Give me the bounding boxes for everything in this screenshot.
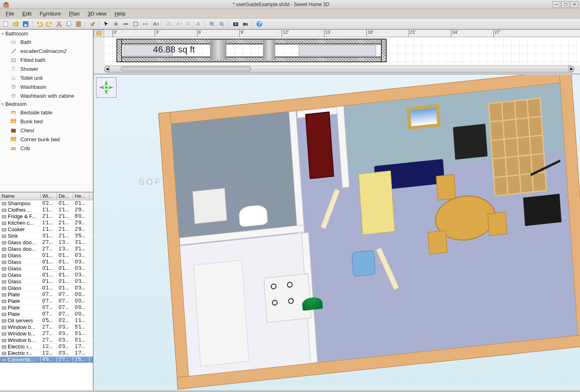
table-row[interactable]: Glass0'1...0'1...0'3... [0,278,93,285]
text-bold-icon[interactable]: A [194,20,203,28]
plan-wall[interactable] [381,39,387,62]
table-row[interactable]: Glass0'1...0'1...0'3... [0,265,93,272]
new-icon[interactable] [2,20,11,28]
table-row[interactable]: Electric r...1'2...0'3...1'7... [0,344,93,350]
plan-wall[interactable] [116,39,385,44]
catalog-item[interactable]: Toilet unit [0,73,93,82]
menu-file[interactable]: File [2,10,18,18]
table-row[interactable]: Plate0'7...0'7...0'0... [0,311,93,318]
row-depth: 2'1... [57,226,73,232]
copy-icon[interactable] [64,20,73,28]
table-row[interactable]: Electric r...1'2...0'3...1'7... [0,350,93,357]
col-depth[interactable]: De... [57,193,73,200]
table-row[interactable]: Kitchen c...1'1...2'1...2'9... [0,220,93,226]
photo-icon[interactable] [231,20,240,28]
add-furniture-icon[interactable] [88,20,97,28]
catalog-item[interactable]: Bunk bed [0,117,93,126]
plan-room[interactable] [299,45,376,56]
ruler-corner[interactable] [94,30,104,37]
table-row[interactable]: Window b...2'7...0'3...5'1... [0,337,93,344]
cut-icon[interactable] [55,20,63,28]
undo-icon[interactable] [35,20,44,28]
3d-compass[interactable] [96,77,116,98]
plan-door[interactable] [210,40,226,60]
table-row[interactable]: Glass0'1...0'1...0'3... [0,252,93,259]
catalog-item[interactable]: Shower [0,64,93,73]
menu-edit[interactable]: Edit [19,10,35,18]
col-width[interactable]: Wi... [41,193,57,200]
paste-icon[interactable] [74,20,83,28]
table-row[interactable]: Glass0'1...0'1...0'3... [0,285,93,291]
table-header[interactable]: Name Wi... De... He... [0,193,93,200]
wall-icon[interactable] [121,20,130,28]
table-row[interactable]: Clothes ...1'1...1'1...2'9... [0,207,93,213]
row-icon [2,344,7,349]
table-row[interactable]: Cooker1'1...2'1...2'9... [0,226,93,233]
maximize-button[interactable]: ▢ [561,1,569,8]
table-row[interactable]: Glass0'1...0'1...0'3... [0,272,93,278]
table-row[interactable]: Shampoo0'2...0'1...0'1... [0,200,93,207]
menu-furniture[interactable]: Furniture [36,10,64,18]
menu-plan[interactable]: Plan [66,10,83,18]
room-icon[interactable] [131,20,140,28]
redo-icon[interactable] [45,20,54,28]
menu-help[interactable]: Help [112,10,129,18]
text-smaller-icon[interactable]: A↓ [164,20,173,28]
col-name[interactable]: Name [0,193,41,200]
zoom-out-icon[interactable] [217,20,226,28]
table-row[interactable]: Fridge & F...2'1...2'1...6'0... [0,213,93,220]
dimension-icon[interactable] [141,20,150,28]
zoom-in-icon[interactable] [208,20,217,28]
scroll-right-icon[interactable]: ▶ [569,66,574,72]
table-row[interactable]: Window b...2'7...0'3...5'1... [0,324,93,331]
save-icon[interactable] [21,20,30,28]
text-style-icon[interactable]: A [184,20,193,28]
table-body[interactable]: Shampoo0'2...0'1...0'1...Clothes ...1'1.… [0,200,93,390]
text-bigger-icon[interactable]: A↑ [174,20,183,28]
table-row[interactable]: Plate0'7...0'7...0'0... [0,298,93,304]
catalog-item[interactable]: Washbasin [0,82,93,91]
open-icon[interactable] [11,20,20,28]
minimize-button[interactable]: — [552,1,560,8]
catalog-item[interactable]: Bath [0,37,93,46]
scroll-left-icon[interactable]: ◀ [104,66,110,72]
catalog-item[interactable]: Fitted bath [0,55,93,64]
video-icon[interactable] [241,20,250,28]
catalog-item[interactable]: Corner bunk bed [0,135,93,144]
catalog-item[interactable]: Crib [0,144,93,153]
table-row[interactable]: Sink3'1...2'1...3'5... [0,233,93,239]
close-button[interactable]: ✕ [570,1,578,8]
catalog-category[interactable]: ▿ Bedroom [0,100,93,108]
catalog-item[interactable]: Bedside table [0,108,93,117]
catalog-category[interactable]: ▿ Bathroom [0,30,93,37]
floorplan-strip[interactable]: 46.88 sq ft [104,37,580,66]
help-icon[interactable]: ? [255,20,264,28]
table-row[interactable]: Plate0'7...0'7...0'0... [0,291,93,298]
3d-view[interactable]: SOFTPEDIA [94,74,580,390]
table-row[interactable]: Oil servers0'5...0'2...1'1... [0,318,93,324]
twisty-icon[interactable]: ▿ [2,102,4,106]
table-row[interactable]: Glass doo...2'7...1'3...3'1... [0,239,93,246]
ruler-tick: 24' [451,30,458,37]
plan-view[interactable]: 0'3'6'9'12'15'18'21'24'27' 46.88 sq ft ◀… [94,30,580,74]
table-row[interactable]: Plate0'7...0'7...0'0... [0,304,93,311]
text-icon[interactable]: A+ [151,20,160,28]
table-row[interactable]: Glass0'1...0'1...0'3... [0,259,93,265]
menu-3dview[interactable]: 3D view [84,10,109,18]
table-row[interactable]: Window b...2'7...0'3...5'1... [0,331,93,337]
catalog-item[interactable]: Washbasin with cabine [0,91,93,100]
furniture-catalog[interactable]: ▿ BathroomBathescalierColimacon2Fitted b… [0,30,93,193]
plan-scrollbar[interactable]: ◀ ▶ [104,66,574,73]
plan-door[interactable] [263,40,275,60]
twisty-icon[interactable]: ▿ [2,31,4,36]
plan-wall[interactable] [116,57,385,62]
table-row[interactable]: Convertib...4'9...2'7...2'5... [0,357,93,363]
scroll-thumb[interactable] [121,66,251,71]
plan-wall[interactable] [116,39,122,62]
catalog-item[interactable]: escalierColimacon2 [0,46,93,55]
col-height[interactable]: He... [73,193,90,200]
table-row[interactable]: Glass doo...2'7...1'3...3'1... [0,246,93,252]
catalog-item[interactable]: Chest [0,126,93,135]
select-icon[interactable] [102,20,111,28]
pan-icon[interactable] [112,20,120,28]
